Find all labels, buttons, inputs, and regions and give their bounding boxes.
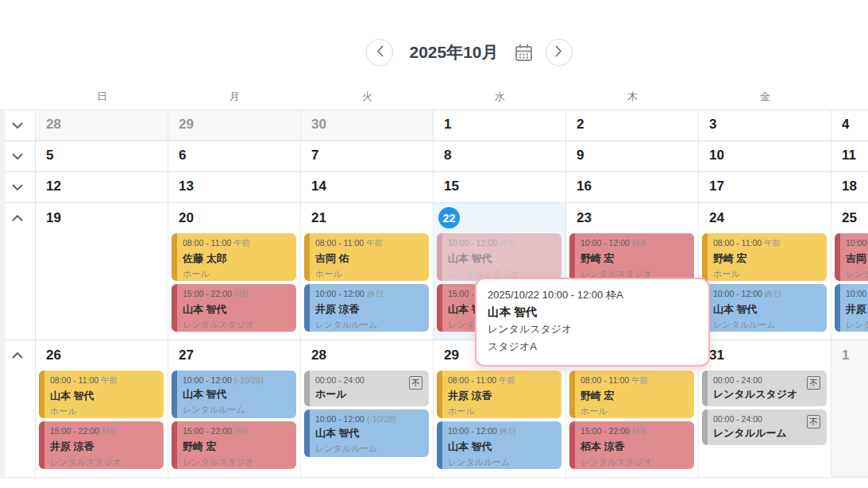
day-events: 08:00 - 11:00午前井原 涼香ホール10:00 - 12:00終日山本… [437, 371, 561, 469]
day-cell[interactable]: 30 [301, 110, 434, 140]
event-time: 00:00 - 24:00 [315, 375, 422, 385]
event-name: 佐藤 太郎 [183, 252, 290, 266]
event-accent-bar [304, 371, 310, 406]
next-month-button[interactable] [546, 39, 573, 66]
day-cell[interactable]: 14 [301, 172, 434, 202]
event-time: 08:00 - 11:00午前 [183, 238, 290, 249]
day-cell[interactable]: 2008:00 - 11:00午前佐藤 太郎ホール15:00 - 22:00枠B… [168, 203, 301, 340]
event-accent-bar [437, 284, 442, 332]
event-block[interactable]: 10:00 - 12:00終日井原 涼香レンタルルーム [304, 284, 429, 332]
day-cell[interactable]: 11 [831, 141, 868, 171]
week-row: 12131415161718 [0, 172, 868, 203]
day-cell[interactable]: 4 [831, 110, 868, 140]
expand-week-button[interactable] [9, 181, 26, 194]
day-cell[interactable]: 16 [566, 172, 699, 202]
event-block[interactable]: 00:00 - 24:00ホール不 [304, 371, 429, 406]
day-cell[interactable]: 2710:00 - 12:00(-10/28)山本 智代レンタルルーム15:00… [168, 340, 301, 477]
event-block[interactable]: 10:00 - 12:00終日山本 智代レンタルルーム [702, 284, 827, 332]
event-time-range: 08:00 - 11:00 [713, 238, 762, 248]
day-events: 08:00 - 11:00午前野崎 宏ホール15:00 - 22:00枠B栢本 … [569, 371, 694, 469]
collapse-week-button[interactable] [9, 348, 26, 362]
event-time-range: 15:00 - 22:00 [581, 426, 630, 436]
day-cell[interactable]: 1 [434, 110, 566, 140]
event-name: 井原 涼香 [448, 389, 555, 403]
event-name: 山本 智代 [448, 252, 555, 266]
event-block[interactable]: 00:00 - 24:00レンタルスタジオ不 [702, 371, 827, 406]
unavailable-icon: 不 [807, 376, 820, 390]
day-cell[interactable]: 29 [168, 110, 301, 140]
calendar-icon[interactable] [515, 44, 533, 62]
weekday-label-thu: 木 [566, 83, 699, 110]
event-block[interactable]: 08:00 - 11:00午前佐藤 太郎ホール [172, 233, 296, 281]
date-number: 31 [709, 348, 724, 363]
event-block[interactable]: 15:00 - 22:00枠B栢本 涼香レンタルスタジオ [569, 421, 694, 469]
date-number: 9 [577, 148, 584, 163]
event-time-range: 00:00 - 24:00 [315, 375, 365, 385]
event-block[interactable]: 08:00 - 11:00午前井原 涼香ホール [437, 371, 561, 418]
event-accent-bar [437, 371, 442, 418]
day-events: 08:00 - 11:00午前佐藤 太郎ホール15:00 - 22:00枠B山本… [172, 233, 296, 332]
expand-week-button[interactable] [9, 119, 26, 133]
event-block[interactable]: 08:00 - 11:00午前野崎 宏ホール [569, 371, 694, 418]
event-block[interactable]: 10:00 - 12:00終日山本 智代レンタルルーム [437, 421, 561, 469]
event-name: 野崎 宏 [581, 389, 688, 403]
day-cell[interactable]: 9 [566, 141, 699, 171]
day-cell[interactable]: 1 [831, 340, 868, 477]
week-gutter [0, 340, 36, 477]
collapse-week-button[interactable] [9, 211, 26, 225]
event-accent-bar [702, 233, 708, 281]
day-cell[interactable]: 2 [566, 110, 699, 140]
event-time-range: 08:00 - 11:00 [183, 238, 231, 248]
event-block[interactable]: 15:00 - 22:00枠B山本 智代レンタルスタジオ [172, 284, 296, 332]
event-block[interactable]: 15:00 - 22:00枠B野崎 宏レンタルスタジオ [172, 421, 296, 469]
event-accent-bar [569, 233, 575, 281]
date-number: 14 [311, 179, 326, 194]
event-time: 10:00 - 12:00終日 [315, 289, 422, 300]
day-cell[interactable]: 15 [434, 172, 566, 202]
day-cell[interactable]: 5 [36, 141, 168, 171]
date-number: 16 [577, 179, 592, 194]
event-block[interactable]: 10:00 - 12:00(-10/28)山本 智代レンタルルーム [172, 371, 296, 418]
day-cell[interactable]: 13 [168, 172, 301, 202]
day-cell[interactable]: 12 [36, 172, 168, 202]
event-block[interactable]: 10:00 - 12:00終日井原 涼香レンタルルーム [835, 284, 868, 332]
month-grid: 日 月 火 水 木 金 土 28293012345678910111213141… [0, 83, 868, 478]
day-events: 10:00 - 12:00枠A吉岡 佑レンタルスタジオ10:00 - 12:00… [835, 233, 868, 332]
day-cell[interactable]: 28 [36, 110, 168, 140]
day-cell[interactable]: 10 [699, 141, 831, 171]
date-number: 28 [46, 117, 61, 133]
event-time: 15:00 - 22:00枠B [581, 426, 688, 437]
event-name: 山本 智代 [50, 389, 157, 403]
day-cell[interactable]: 8 [434, 141, 566, 171]
day-cell[interactable]: 2800:00 - 24:00ホール不10:00 - 12:00(-10/28)… [301, 340, 434, 477]
event-block[interactable]: 10:00 - 12:00枠A山本 智代レンタルスタジオ [437, 233, 561, 281]
event-time: 10:00 - 12:00枠A [846, 238, 868, 249]
event-block[interactable]: 10:00 - 12:00枠A野崎 宏レンタルスタジオ [569, 233, 694, 281]
event-block[interactable]: 10:00 - 12:00(-10/28)山本 智代レンタルルーム [304, 409, 429, 457]
day-cell[interactable]: 3100:00 - 24:00レンタルスタジオ不00:00 - 24:00レンタ… [699, 340, 831, 477]
event-accent-bar [172, 371, 177, 418]
day-cell[interactable]: 2108:00 - 11:00午前吉岡 佑ホール10:00 - 12:00終日井… [301, 203, 434, 340]
day-cell[interactable]: 3 [699, 110, 831, 140]
event-block[interactable]: 15:00 - 22:00枠B井原 涼香レンタルスタジオ [39, 421, 164, 469]
event-block[interactable]: 08:00 - 11:00午前野崎 宏ホール [702, 233, 827, 281]
day-cell[interactable]: 7 [301, 141, 434, 171]
day-cell[interactable]: 19 [36, 203, 168, 340]
expand-week-button[interactable] [9, 150, 26, 163]
event-block[interactable]: 10:00 - 12:00枠A吉岡 佑レンタルスタジオ [835, 233, 868, 281]
day-cell[interactable]: 2510:00 - 12:00枠A吉岡 佑レンタルスタジオ10:00 - 12:… [831, 203, 868, 340]
day-cell[interactable]: 2408:00 - 11:00午前野崎 宏ホール10:00 - 12:00終日山… [699, 203, 831, 340]
prev-month-button[interactable] [366, 39, 393, 66]
event-block[interactable]: 00:00 - 24:00レンタルルーム不 [702, 409, 827, 445]
day-cell[interactable]: 17 [699, 172, 831, 202]
day-cell[interactable]: 18 [831, 172, 868, 202]
event-slot-tag: 午前 [631, 375, 648, 385]
day-cell[interactable]: 6 [168, 141, 301, 171]
date-number: 1 [444, 117, 451, 133]
event-block[interactable]: 08:00 - 11:00午前吉岡 佑ホール [304, 233, 429, 281]
weekday-header: 日 月 火 水 木 金 土 [0, 83, 868, 110]
day-cell[interactable]: 2608:00 - 11:00午前山本 智代ホール15:00 - 22:00枠B… [36, 340, 168, 477]
event-accent-bar [702, 371, 708, 406]
event-time-range: 08:00 - 11:00 [50, 375, 98, 385]
event-block[interactable]: 08:00 - 11:00午前山本 智代ホール [39, 371, 164, 418]
